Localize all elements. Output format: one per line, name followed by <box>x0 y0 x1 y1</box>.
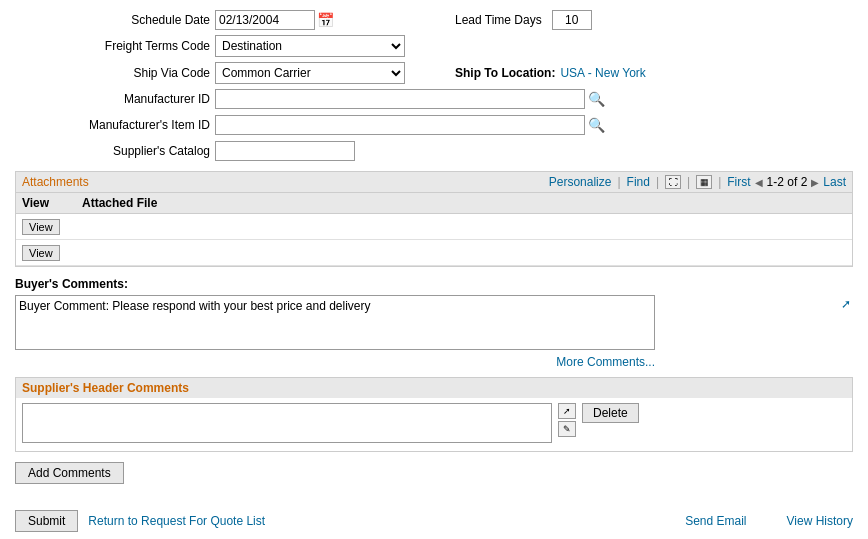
attachments-table-rows: View View <box>16 214 852 266</box>
footer-links-right: Send Email View History <box>685 514 853 528</box>
buyer-comment-box-wrapper: Buyer Comment: Please respond with your … <box>15 295 853 353</box>
last-label[interactable]: Last <box>823 175 846 189</box>
attachments-title[interactable]: Attachments <box>22 175 89 189</box>
ship-to-value: USA - New York <box>560 66 645 80</box>
schedule-date-label: Schedule Date <box>15 13 215 27</box>
row1-view-button[interactable]: View <box>22 219 60 235</box>
manufacturer-item-row: Manufacturer's Item ID 🔍 <box>15 115 853 135</box>
grid-view-icon[interactable]: ▦ <box>696 175 712 189</box>
manufacturer-id-row: Manufacturer ID 🔍 <box>15 89 853 109</box>
supplier-body: ➚ ✎ Delete <box>16 398 852 451</box>
page-wrapper: Schedule Date 📅 Lead Time Days Freight T… <box>0 0 868 539</box>
add-comments-button[interactable]: Add Comments <box>15 462 124 484</box>
manufacturer-item-search-icon[interactable]: 🔍 <box>588 117 605 133</box>
supplier-catalog-row: Supplier's Catalog <box>15 141 853 161</box>
schedule-date-input[interactable] <box>215 10 315 30</box>
buyer-comments-label: Buyer's Comments: <box>15 277 853 291</box>
delete-button[interactable]: Delete <box>582 403 639 423</box>
find-link[interactable]: Find <box>627 175 650 189</box>
add-comments-wrapper: Add Comments <box>15 462 853 496</box>
pagination-info: 1-2 of 2 <box>767 175 808 189</box>
supplier-catalog-input[interactable] <box>215 141 355 161</box>
pipe-sep2: | <box>656 175 659 189</box>
supplier-header-title: Supplier's Header Comments <box>16 378 852 398</box>
supplier-edit-icon[interactable]: ✎ <box>558 421 576 437</box>
row2-view-col: View <box>22 245 82 261</box>
submit-button[interactable]: Submit <box>15 510 78 532</box>
supplier-action-icons: ➚ ✎ <box>558 403 576 437</box>
manufacturer-item-label: Manufacturer's Item ID <box>15 118 215 132</box>
ship-via-select[interactable]: Common Carrier FedEx UPS <box>215 62 405 84</box>
buyer-expand-icon[interactable]: ➚ <box>841 297 851 311</box>
pipe-sep1: | <box>617 175 620 189</box>
pipe-sep4: | <box>718 175 721 189</box>
col-view-header: View <box>22 196 82 210</box>
calendar-icon[interactable]: 📅 <box>317 12 334 28</box>
view-history-link[interactable]: View History <box>787 514 853 528</box>
prev-arrow[interactable]: ◀ <box>755 177 763 188</box>
manufacturer-item-input[interactable] <box>215 115 585 135</box>
col-file-header: Attached File <box>82 196 157 210</box>
first-label[interactable]: First <box>727 175 750 189</box>
lead-time-label: Lead Time Days <box>455 13 547 27</box>
freight-terms-row: Freight Terms Code Destination Origin Pr… <box>15 35 853 57</box>
supplier-expand-icon[interactable]: ➚ <box>558 403 576 419</box>
lead-time-right: Lead Time Days <box>455 10 592 30</box>
manufacturer-id-input[interactable] <box>215 89 585 109</box>
table-row: View <box>16 214 852 240</box>
manufacturer-id-label: Manufacturer ID <box>15 92 215 106</box>
pipe-sep3: | <box>687 175 690 189</box>
more-comments-link[interactable]: More Comments... <box>15 355 655 369</box>
return-link[interactable]: Return to Request For Quote List <box>88 514 265 528</box>
personalize-link[interactable]: Personalize <box>549 175 612 189</box>
ship-to-right: Ship To Location: USA - New York <box>455 66 646 80</box>
supplier-catalog-label: Supplier's Catalog <box>15 144 215 158</box>
ship-via-row: Ship Via Code Common Carrier FedEx UPS S… <box>15 62 853 84</box>
row1-view-col: View <box>22 219 82 235</box>
footer-row: Submit Return to Request For Quote List … <box>15 510 853 532</box>
table-row: View <box>16 240 852 266</box>
freight-terms-left: Freight Terms Code Destination Origin Pr… <box>15 35 455 57</box>
schedule-date-left: Schedule Date 📅 <box>15 10 455 30</box>
attachments-nav: Personalize | Find | ⛶ | ▦ | First ◀ 1-2… <box>549 175 846 189</box>
row2-view-button[interactable]: View <box>22 245 60 261</box>
lead-time-input[interactable] <box>552 10 592 30</box>
send-email-link[interactable]: Send Email <box>685 514 746 528</box>
attachments-table-header: View Attached File <box>16 193 852 214</box>
supplier-textarea[interactable] <box>22 403 552 443</box>
buyer-comments-textarea[interactable]: Buyer Comment: Please respond with your … <box>15 295 655 350</box>
attachments-header: Attachments Personalize | Find | ⛶ | ▦ |… <box>16 172 852 193</box>
ship-via-label: Ship Via Code <box>15 66 215 80</box>
freight-terms-label: Freight Terms Code <box>15 39 215 53</box>
supplier-comments-section: Supplier's Header Comments ➚ ✎ Delete <box>15 377 853 452</box>
schedule-date-row: Schedule Date 📅 Lead Time Days <box>15 10 853 30</box>
ship-to-label: Ship To Location: <box>455 66 555 80</box>
next-arrow[interactable]: ▶ <box>811 177 819 188</box>
buyer-comments-section: Buyer's Comments: Buyer Comment: Please … <box>15 277 853 369</box>
supplier-textarea-wrapper <box>22 403 552 446</box>
freight-terms-select[interactable]: Destination Origin Prepaid <box>215 35 405 57</box>
manufacturer-id-search-icon[interactable]: 🔍 <box>588 91 605 107</box>
attachments-section: Attachments Personalize | Find | ⛶ | ▦ |… <box>15 171 853 267</box>
expand-view-icon[interactable]: ⛶ <box>665 175 681 189</box>
ship-via-left: Ship Via Code Common Carrier FedEx UPS <box>15 62 455 84</box>
